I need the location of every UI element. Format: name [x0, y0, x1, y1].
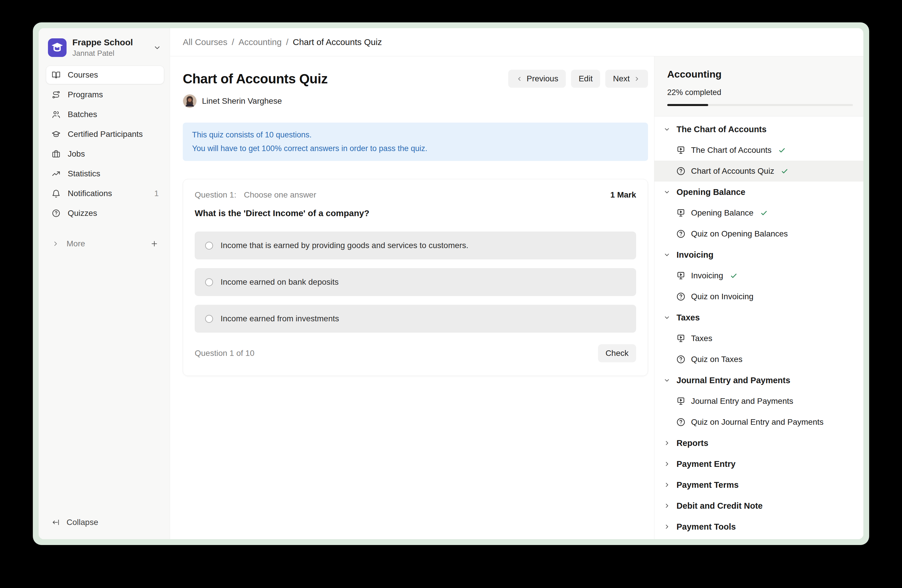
- plus-icon[interactable]: [150, 239, 159, 248]
- chevron-down-icon: [663, 125, 671, 133]
- lesson-title: The Chart of Accounts: [691, 145, 772, 155]
- sidebar-item-notifications[interactable]: Notifications1: [46, 185, 164, 202]
- course-progress-header: Accounting 22% completed: [655, 56, 863, 116]
- radio-button[interactable]: [205, 278, 213, 286]
- chapter-payment-tools[interactable]: Payment Tools: [655, 516, 863, 537]
- breadcrumb-link-accounting[interactable]: Accounting: [239, 37, 282, 47]
- book-open-icon: [52, 70, 61, 80]
- sidebar-item-quizzes[interactable]: Quizzes: [46, 204, 164, 222]
- lesson-title: Quiz on Journal Entry and Payments: [691, 418, 824, 427]
- answer-option[interactable]: Income that is earned by providing goods…: [195, 231, 636, 260]
- chapter-debit-and-credit-note[interactable]: Debit and Credit Note: [655, 495, 863, 516]
- app-window: Frappe School Jannat Patel CoursesProgra…: [39, 28, 863, 539]
- radio-button[interactable]: [205, 242, 213, 250]
- chapter-payment-terms[interactable]: Payment Terms: [655, 474, 863, 495]
- answer-option[interactable]: Income earned on bank deposits: [195, 268, 636, 296]
- sidebar-item-certified-participants[interactable]: Certified Participants: [46, 125, 164, 143]
- sidebar-item-batches[interactable]: Batches: [46, 105, 164, 124]
- sidebar-item-label: Courses: [68, 70, 98, 80]
- breadcrumb-link-all-courses[interactable]: All Courses: [183, 37, 227, 47]
- lesson-title: Quiz on Opening Balances: [691, 229, 788, 239]
- lesson-title: Quiz on Taxes: [691, 355, 742, 364]
- lesson-item[interactable]: Quiz on Invoicing: [655, 286, 863, 307]
- lesson-item[interactable]: Invoicing: [655, 265, 863, 286]
- lesson-item[interactable]: Journal Entry and Payments: [655, 391, 863, 412]
- answer-option[interactable]: Income earned from investments: [195, 305, 636, 333]
- chevron-down-icon: [663, 188, 671, 196]
- edit-button[interactable]: Edit: [571, 70, 600, 88]
- sidebar-item-programs[interactable]: Programs: [46, 86, 164, 104]
- sidebar-item-label: Batches: [68, 110, 97, 119]
- quiz-icon: [676, 354, 686, 364]
- sidebar-item-label: Programs: [68, 90, 103, 99]
- quiz-icon: [676, 229, 686, 239]
- more-label: More: [67, 239, 85, 249]
- question-progress: Question 1 of 10: [195, 349, 254, 358]
- lesson-item[interactable]: The Chart of Accounts: [655, 140, 863, 161]
- lesson-title: Journal Entry and Payments: [691, 397, 793, 406]
- chapter-title: Invoicing: [676, 250, 713, 260]
- lesson-item[interactable]: Quiz on Taxes: [655, 349, 863, 370]
- sidebar-item-courses[interactable]: Courses: [46, 66, 164, 84]
- author-row: Linet Sherin Varghese: [183, 94, 648, 108]
- avatar: [183, 94, 197, 108]
- lesson-item[interactable]: Quiz on Opening Balances: [655, 224, 863, 244]
- radio-button[interactable]: [205, 315, 213, 323]
- chapter-title: Opening Balance: [676, 188, 745, 197]
- lesson-item[interactable]: Opening Balance: [655, 202, 863, 224]
- bell-icon: [52, 189, 61, 198]
- previous-button[interactable]: Previous: [508, 70, 566, 88]
- chapter-title: The Chart of Accounts: [676, 125, 767, 134]
- lesson-item[interactable]: Taxes: [655, 328, 863, 349]
- chevron-right-icon: [52, 240, 60, 248]
- lesson-icon: [676, 145, 686, 155]
- chapter-taxes[interactable]: Taxes: [655, 307, 863, 328]
- sidebar-item-label: Quizzes: [68, 209, 97, 218]
- course-title: Accounting: [667, 69, 853, 80]
- chapter-invoicing[interactable]: Invoicing: [655, 244, 863, 265]
- next-button-label: Next: [613, 74, 630, 83]
- chapter-reports[interactable]: Reports: [655, 433, 863, 454]
- page-title: Chart of Accounts Quiz: [183, 71, 327, 87]
- sidebar-item-statistics[interactable]: Statistics: [46, 165, 164, 183]
- sidebar-item-label: Certified Participants: [68, 130, 143, 139]
- chapter-title: Reports: [676, 438, 708, 448]
- lesson-icon: [676, 208, 686, 218]
- chapter-title: Payment Tools: [676, 522, 736, 532]
- chapter-payment-entry[interactable]: Payment Entry: [655, 454, 863, 474]
- main-content: Chart of Accounts Quiz Previous Edit Nex…: [170, 56, 654, 539]
- question-text: What is the 'Direct Income' of a company…: [195, 208, 636, 218]
- question-card: Question 1: Choose one answer 1 Mark Wha…: [183, 179, 648, 376]
- chevron-right-icon: [663, 502, 671, 510]
- chevron-down-icon[interactable]: [153, 43, 161, 52]
- quiz-icon: [676, 166, 686, 176]
- chapter-journal-entry-and-payments[interactable]: Journal Entry and Payments: [655, 370, 863, 391]
- author-name: Linet Sherin Varghese: [202, 97, 282, 106]
- sidebar-item-label: Jobs: [68, 149, 85, 159]
- collapse-button[interactable]: Collapse: [46, 514, 164, 530]
- sidebar-item-jobs[interactable]: Jobs: [46, 145, 164, 163]
- breadcrumb-separator: /: [232, 37, 234, 47]
- chapter-the-chart-of-accounts[interactable]: The Chart of Accounts: [655, 119, 863, 140]
- check-icon: [730, 272, 738, 280]
- course-outline: The Chart of AccountsThe Chart of Accoun…: [655, 116, 863, 539]
- lesson-title: Invoicing: [691, 271, 723, 280]
- school-name: Frappe School: [72, 38, 133, 47]
- workspace-switcher[interactable]: Frappe School Jannat Patel: [46, 36, 164, 66]
- lesson-item[interactable]: Chart of Accounts Quiz: [655, 161, 863, 181]
- help-circle-icon: [52, 209, 61, 218]
- sidebar-nav: CoursesProgramsBatchesCertified Particip…: [46, 66, 164, 222]
- chapter-title: Debit and Credit Note: [676, 501, 763, 511]
- next-button[interactable]: Next: [605, 70, 648, 88]
- check-button-label: Check: [606, 349, 628, 358]
- check-button[interactable]: Check: [598, 344, 636, 362]
- collapse-sidebar-icon: [52, 518, 60, 527]
- quiz-notice-banner: This quiz consists of 10 questions. You …: [183, 123, 648, 161]
- frappe-school-logo: [48, 38, 67, 57]
- edit-button-label: Edit: [579, 74, 592, 83]
- lesson-item[interactable]: Quiz on Journal Entry and Payments: [655, 412, 863, 433]
- chapter-title: Journal Entry and Payments: [676, 375, 791, 385]
- course-progress-bar: [667, 104, 853, 106]
- chapter-opening-balance[interactable]: Opening Balance: [655, 181, 863, 202]
- sidebar-item-more[interactable]: More: [46, 236, 164, 252]
